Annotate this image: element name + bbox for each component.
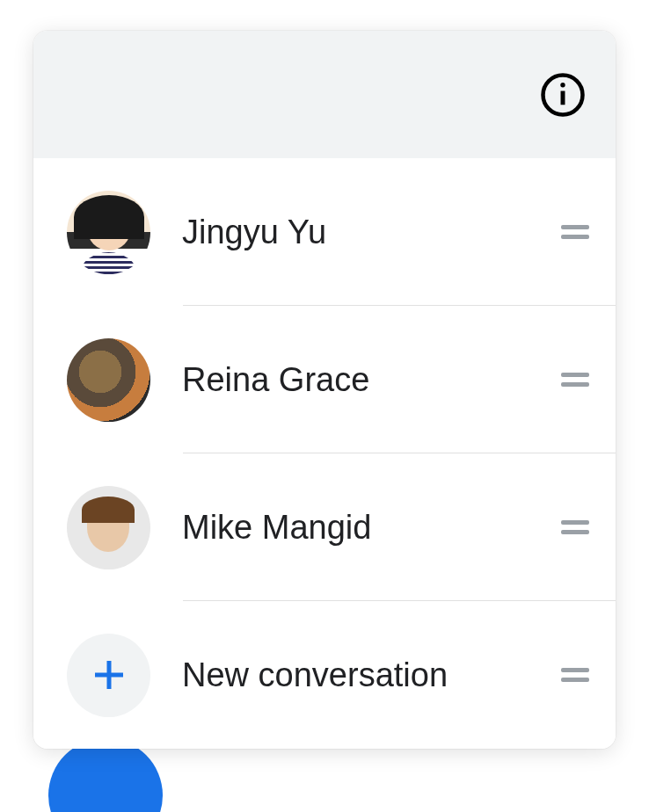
new-conversation-avatar (67, 634, 150, 717)
contact-name: Mike Mangid (182, 509, 561, 547)
drag-handle-icon[interactable] (561, 225, 589, 239)
avatar (67, 191, 150, 274)
contact-name: Jingyu Yu (182, 214, 561, 251)
avatar (67, 338, 150, 422)
popup-tail (111, 747, 135, 749)
fab-button[interactable] (48, 738, 163, 812)
svg-point-2 (560, 83, 565, 87)
contact-name: Reina Grace (182, 361, 561, 399)
new-conversation-label: New conversation (182, 656, 561, 694)
popup-header (33, 31, 616, 158)
plus-icon (88, 654, 130, 696)
contact-row[interactable]: Jingyu Yu (33, 158, 616, 306)
contact-row[interactable]: Reina Grace (33, 306, 616, 453)
drag-handle-icon[interactable] (561, 520, 589, 534)
contact-row[interactable]: Mike Mangid (33, 453, 616, 601)
new-conversation-row[interactable]: New conversation (33, 601, 616, 749)
avatar (67, 486, 150, 569)
info-icon (539, 71, 587, 119)
info-button[interactable] (536, 69, 589, 121)
drag-handle-icon[interactable] (561, 373, 589, 387)
drag-handle-icon[interactable] (561, 668, 589, 682)
conversation-list: Jingyu Yu Reina Grace Mike Mangid (33, 158, 616, 749)
conversation-popup: Jingyu Yu Reina Grace Mike Mangid (33, 31, 616, 749)
